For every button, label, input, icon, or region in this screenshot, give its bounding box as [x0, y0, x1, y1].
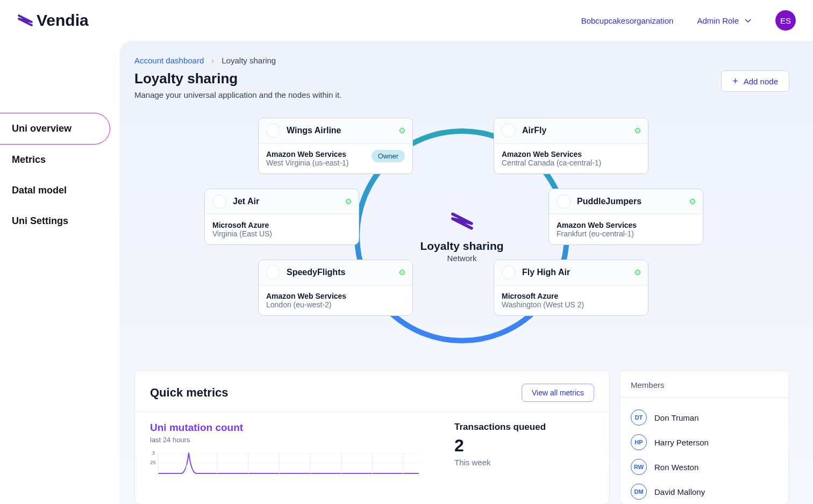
member-name: David Mallony: [654, 487, 705, 496]
node-card-speedyflights[interactable]: SpeedyFlightsAmazon Web ServicesLondon (…: [258, 260, 413, 316]
header-actions: Bobcupcakesorganization Admin Role ES: [581, 10, 796, 31]
page-title: Loyalty sharing: [134, 70, 341, 87]
status-online-icon: [690, 199, 695, 204]
main-content: Account dashboard › Loyalty sharing Loya…: [119, 41, 813, 504]
node-name: PuddleJumpers: [577, 197, 683, 206]
breadcrumb: Account dashboard › Loyalty sharing: [134, 56, 789, 65]
node-name: SpeedyFlights: [287, 268, 393, 277]
chart-title: Uni mutation count: [150, 422, 422, 434]
node-region: Frankfurt (eu-central-1): [557, 229, 695, 238]
status-online-icon: [635, 270, 640, 275]
node-region: Central Canada (ca-central-1): [502, 159, 640, 167]
node-card-wings-airline[interactable]: Wings AirlineAmazon Web ServicesWest Vir…: [258, 118, 413, 174]
status-online-icon: [400, 128, 405, 133]
node-card-fly-high-air[interactable]: Fly High AirMicrosoft AzureWashington (W…: [494, 260, 648, 316]
plus-icon: +: [732, 76, 738, 86]
sidebar-item-uni-overview[interactable]: Uni overview: [0, 113, 110, 145]
node-region: Virginia (East US): [212, 229, 351, 238]
node-avatar-icon: [502, 124, 516, 138]
node-card-airfly[interactable]: AirFlyAmazon Web ServicesCentral Canada …: [494, 118, 648, 174]
node-name: Fly High Air: [522, 268, 629, 277]
brand-name: Vendia: [37, 11, 89, 30]
sidebar-item-uni-settings[interactable]: Uni Settings: [0, 206, 119, 236]
mutation-line-chart: 3 25: [150, 448, 419, 475]
member-avatar: HP: [631, 434, 647, 450]
svg-text:3: 3: [152, 450, 155, 456]
member-name: Don Truman: [654, 413, 699, 422]
node-cloud: Amazon Web Services: [557, 221, 695, 229]
mutation-chart-block: Uni mutation count last 24 hours 3 25: [150, 422, 422, 477]
sidebar-nav: Uni overviewMetricsDatal modelUni Settin…: [0, 41, 119, 504]
status-online-icon: [346, 199, 351, 204]
node-avatar-icon: [212, 195, 226, 208]
user-avatar[interactable]: ES: [775, 10, 796, 31]
network-subtitle: Network: [420, 254, 503, 263]
transactions-value: 2: [454, 436, 594, 456]
breadcrumb-root[interactable]: Account dashboard: [134, 56, 204, 65]
add-node-label: Add node: [744, 77, 778, 86]
node-region: London (eu-west-2): [266, 300, 405, 309]
member-row[interactable]: DTDon Truman: [631, 405, 778, 430]
member-avatar: DT: [631, 409, 647, 426]
org-link[interactable]: Bobcupcakesorganization: [581, 16, 674, 25]
network-center: Loyalty sharing Network: [420, 210, 503, 263]
transactions-period: This week: [454, 458, 594, 467]
node-name: AirFly: [522, 126, 629, 135]
member-row[interactable]: DMDavid Mallony: [631, 479, 778, 504]
status-online-icon: [635, 128, 640, 133]
node-card-puddlejumpers[interactable]: PuddleJumpersAmazon Web ServicesFrankfur…: [548, 189, 703, 245]
network-title: Loyalty sharing: [420, 240, 503, 253]
member-name: Harry Peterson: [654, 438, 709, 447]
quick-metrics-title: Quick metrics: [150, 386, 229, 400]
owner-badge: Owner: [372, 150, 405, 162]
member-row[interactable]: HPHarry Peterson: [631, 430, 778, 455]
sidebar-item-metrics[interactable]: Metrics: [0, 145, 119, 175]
status-online-icon: [400, 270, 405, 275]
vendia-logo-icon: [450, 210, 474, 233]
transactions-block: Transactions queued 2 This week: [454, 422, 594, 477]
role-selector[interactable]: Admin Role: [697, 16, 752, 25]
node-avatar-icon: [266, 265, 280, 279]
breadcrumb-current: Loyalty sharing: [222, 56, 276, 65]
node-name: Jet Air: [233, 197, 339, 206]
node-card-jet-air[interactable]: Jet AirMicrosoft AzureVirginia (East US): [204, 189, 359, 245]
add-node-button[interactable]: + Add node: [721, 70, 789, 92]
node-cloud: Microsoft Azure: [212, 221, 351, 229]
member-avatar: DM: [631, 484, 647, 500]
node-region: Washington (West US 2): [502, 300, 640, 309]
node-name: Wings Airline: [287, 126, 393, 135]
network-diagram: Loyalty sharing Network Wings AirlineAma…: [134, 112, 789, 359]
node-avatar-icon: [266, 124, 280, 138]
member-name: Ron Weston: [654, 463, 698, 472]
quick-metrics-panel: Quick metrics View all metrics Uni mutat…: [134, 370, 610, 504]
members-title: Members: [620, 371, 789, 398]
member-row[interactable]: RWRon Weston: [631, 455, 778, 479]
node-avatar-icon: [502, 265, 516, 279]
members-list: DTDon TrumanHPHarry PetersonRWRon Weston…: [620, 398, 789, 504]
bottom-panels: Quick metrics View all metrics Uni mutat…: [134, 370, 789, 504]
vendia-logo-icon: [17, 12, 33, 28]
node-cloud: Amazon Web Services: [502, 150, 640, 159]
node-cloud: Microsoft Azure: [502, 292, 640, 300]
brand-logo[interactable]: Vendia: [17, 11, 89, 30]
view-all-metrics-button[interactable]: View all metrics: [522, 384, 594, 402]
node-avatar-icon: [557, 195, 570, 208]
role-label: Admin Role: [697, 16, 739, 25]
members-panel: Members DTDon TrumanHPHarry PetersonRWRo…: [619, 370, 789, 504]
chevron-down-icon: [744, 17, 752, 24]
page-subtitle: Manage your universal application and th…: [134, 90, 341, 99]
app-header: Vendia Bobcupcakesorganization Admin Rol…: [0, 0, 813, 41]
sidebar-item-datal-model[interactable]: Datal model: [0, 175, 119, 206]
chevron-right-icon: ›: [211, 56, 214, 65]
chart-subtitle: last 24 hours: [150, 436, 422, 444]
member-avatar: RW: [631, 459, 647, 475]
svg-text:25: 25: [150, 459, 156, 465]
transactions-label: Transactions queued: [454, 422, 594, 433]
node-cloud: Amazon Web Services: [266, 292, 405, 300]
